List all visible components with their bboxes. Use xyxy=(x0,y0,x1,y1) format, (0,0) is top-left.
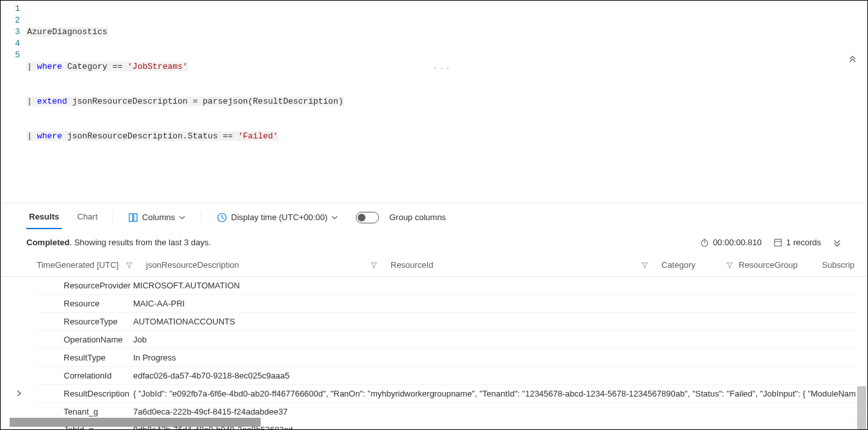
display-time-button[interactable]: Display time (UTC+00:00) xyxy=(213,210,342,225)
group-columns-label: Group columns xyxy=(389,212,446,222)
code-token: AzureDiagnostics xyxy=(26,27,108,37)
row-key: ResultDescription xyxy=(37,389,133,398)
column-resourceid[interactable]: ResourceId xyxy=(391,260,661,270)
svg-rect-0 xyxy=(129,214,133,221)
code-token: | xyxy=(27,131,37,141)
row-key: CorrelationId xyxy=(37,371,133,380)
code-token: Category == xyxy=(62,62,127,71)
row-value: edfac026-da57-4b70-9218-8ec025c9aaa5 xyxy=(133,371,867,380)
separator xyxy=(112,210,113,225)
svg-rect-1 xyxy=(134,214,137,221)
expand-panel-icon[interactable] xyxy=(833,238,842,247)
column-timegenerated[interactable]: TimeGenerated [UTC] xyxy=(37,260,146,270)
status-text: Completed. Showing results from the last… xyxy=(26,238,211,247)
row-key: ResourceType xyxy=(37,317,133,326)
chevron-down-icon xyxy=(331,214,338,221)
table-row[interactable]: ResourceMAIC-AA-PRI xyxy=(37,295,867,313)
results-grid-wrap: ResourceProviderMICROSOFT.AUTOMATIONReso… xyxy=(1,277,867,430)
filter-icon[interactable] xyxy=(816,261,817,269)
status-bar: Completed. Showing results from the last… xyxy=(1,231,867,254)
result-tabs: Results Chart xyxy=(26,205,100,229)
row-key: ResourceProvider xyxy=(37,281,133,290)
row-value: { "JobId": "e092fb7a-6f6e-4bd0-ab20-ff46… xyxy=(133,389,867,398)
query-editor[interactable]: 1 2 3 4 5 AzureDiagnostics | where Categ… xyxy=(1,1,867,203)
row-value: MICROSOFT.AUTOMATION xyxy=(133,281,867,290)
row-value: AUTOMATIONACCOUNTS xyxy=(133,317,867,326)
columns-label: Columns xyxy=(142,212,175,222)
filter-icon[interactable] xyxy=(641,261,649,269)
code-token: where xyxy=(37,62,62,71)
row-key: Tenant_g xyxy=(37,407,133,416)
columns-icon xyxy=(128,212,138,223)
row-value: Job xyxy=(133,335,867,344)
vertical-scrollbar[interactable] xyxy=(857,277,866,430)
code-token: where xyxy=(37,131,62,141)
table-row[interactable]: OperationNameJob xyxy=(37,331,867,349)
code-token: jsonResourceDescription = parsejson(Resu… xyxy=(67,97,343,106)
column-jsonresourcedescription[interactable]: jsonResourceDescription xyxy=(146,260,391,270)
code-area[interactable]: AzureDiagnostics | where Category == 'Jo… xyxy=(26,3,867,200)
toggle-switch[interactable] xyxy=(356,212,379,223)
columns-button[interactable]: Columns xyxy=(124,210,189,225)
code-token: jsonResourceDescription.Status == xyxy=(62,131,238,141)
elapsed-time: 00:00:00.810 xyxy=(700,238,762,247)
column-headers: TimeGenerated [UTC] jsonResourceDescript… xyxy=(1,254,867,277)
code-token: | xyxy=(27,62,37,71)
chevron-down-icon xyxy=(179,214,185,221)
column-subscription[interactable]: Subscrip xyxy=(816,260,867,270)
table-row[interactable]: ResultDescription{ "JobId": "e092fb7a-6f… xyxy=(37,385,867,403)
tab-chart[interactable]: Chart xyxy=(75,205,100,229)
row-value: In Progress xyxy=(133,353,867,362)
table-row[interactable]: CorrelationIdedfac026-da57-4b70-9218-8ec… xyxy=(37,367,867,385)
records-icon xyxy=(773,238,782,247)
row-value: 7a6d0eca-222b-49cf-8415-f24adabdee37 xyxy=(133,407,867,416)
filter-icon[interactable] xyxy=(370,261,378,269)
code-token: | xyxy=(27,97,37,106)
collapse-editor-icon[interactable] xyxy=(848,53,857,64)
svg-rect-4 xyxy=(775,239,782,246)
table-row[interactable]: ResultTypeIn Progress xyxy=(37,349,867,367)
line-gutter: 1 2 3 4 5 xyxy=(1,3,26,200)
filter-icon[interactable] xyxy=(125,261,133,269)
results-toolbar: Results Chart Columns Display time (UTC+… xyxy=(1,203,867,231)
code-token: 'Failed' xyxy=(238,131,278,141)
filter-icon[interactable] xyxy=(726,261,734,269)
stopwatch-icon xyxy=(700,238,709,247)
tab-results[interactable]: Results xyxy=(26,205,62,229)
row-key: Resource xyxy=(37,299,133,308)
column-resourcegroup[interactable]: ResourceGroup xyxy=(726,260,816,270)
code-token: extend xyxy=(37,97,68,106)
column-category[interactable]: Category xyxy=(661,260,726,270)
panel-drag-handle-icon[interactable]: · · · xyxy=(434,62,450,73)
record-count: 1 records xyxy=(773,238,821,247)
clock-icon xyxy=(217,212,227,223)
scrollbar-thumb[interactable] xyxy=(10,418,261,427)
row-key: ResultType xyxy=(37,353,133,362)
horizontal-scrollbar[interactable] xyxy=(10,418,853,427)
code-token: 'JobStreams' xyxy=(127,62,188,71)
results-grid[interactable]: ResourceProviderMICROSOFT.AUTOMATIONReso… xyxy=(1,277,867,430)
separator xyxy=(201,210,201,225)
expand-row-icon[interactable] xyxy=(14,390,24,398)
group-columns-toggle[interactable]: Group columns xyxy=(352,209,450,226)
row-key: OperationName xyxy=(37,335,133,344)
scrollbar-thumb[interactable] xyxy=(857,386,866,430)
row-value: MAIC-AA-PRI xyxy=(133,299,867,308)
table-row[interactable]: ResourceTypeAUTOMATIONACCOUNTS xyxy=(37,313,867,331)
display-time-label: Display time (UTC+00:00) xyxy=(231,212,328,222)
table-row[interactable]: ResourceProviderMICROSOFT.AUTOMATION xyxy=(37,277,867,295)
